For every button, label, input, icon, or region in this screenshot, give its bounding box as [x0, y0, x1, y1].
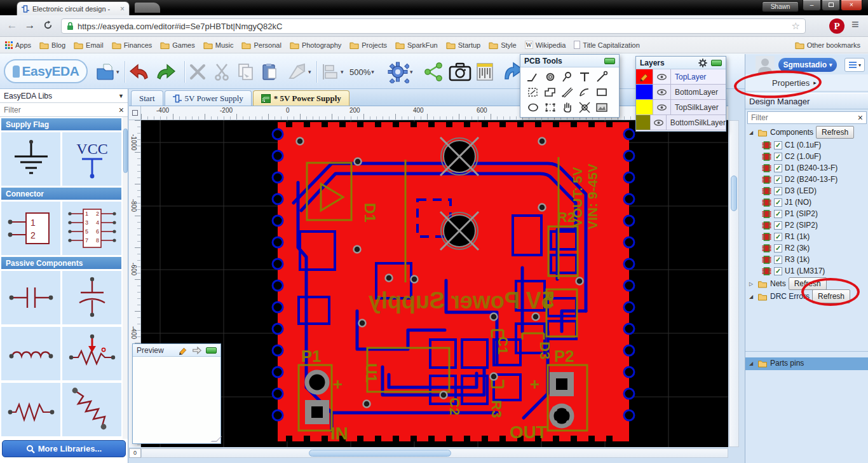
settings-button[interactable]: ▾	[386, 60, 413, 84]
tab-schematic[interactable]: 5V Power Supply	[165, 90, 252, 106]
chrome-profile-button[interactable]: Shawn	[762, 1, 799, 12]
circle-tool-icon[interactable]	[526, 100, 540, 115]
lib-item-resistor-diagonal[interactable]	[62, 383, 121, 436]
v-scroll-thumb[interactable]	[731, 176, 737, 211]
layers-palette[interactable]: Layers TopLayer BottomLayer TopSilkLayer…	[635, 56, 726, 132]
back-button[interactable]: ←	[4, 17, 20, 34]
lib-item-resistor[interactable]	[1, 383, 60, 436]
tree-item-component[interactable]: ✓D2 (B240-13-F)	[762, 174, 837, 185]
layer-color-swatch[interactable]	[636, 100, 653, 114]
ruler-origin-button[interactable]	[129, 106, 141, 120]
lib-item-capacitor[interactable]	[1, 271, 60, 324]
delete-button[interactable]	[188, 60, 207, 84]
tree-node-components[interactable]: ◢ Components Refresh	[749, 127, 854, 138]
component-checkbox[interactable]: ✓	[774, 198, 782, 207]
tree-item-component[interactable]: ✓C2 (1.0uF)	[762, 151, 821, 162]
redo-button[interactable]	[155, 60, 177, 84]
convert-pcb-button[interactable]	[475, 60, 494, 84]
sidebar-scrollbar[interactable]	[123, 117, 128, 439]
undo-button[interactable]	[128, 60, 150, 84]
lib-item-vcc[interactable]: VCC	[62, 132, 121, 186]
pcb-tools-collapse-button[interactable]	[604, 58, 615, 64]
canvas-horizontal-scrollbar[interactable]	[141, 448, 728, 458]
more-libraries-button[interactable]: More Libraries...	[2, 440, 126, 457]
pcb-canvas[interactable]: D1 R2 VOUT: 5V VIN: 9-45V R1 P1 U1 IN C2…	[141, 120, 728, 447]
component-checkbox[interactable]: ✓	[774, 221, 782, 230]
bookmark-folder-style[interactable]: Style	[489, 41, 516, 50]
design-filter-clear-icon[interactable]: ×	[858, 113, 863, 123]
pad-tool-icon[interactable]	[543, 69, 557, 85]
transform-tool-icon[interactable]	[543, 100, 557, 115]
pcb-tools-titlebar[interactable]: PCB Tools	[520, 55, 619, 67]
layer-visibility-toggle[interactable]	[653, 69, 671, 84]
drag-hand-tool-icon[interactable]	[560, 100, 574, 115]
layer-visibility-toggle[interactable]	[653, 100, 671, 114]
bookmark-folder-blog[interactable]: Blog	[39, 41, 65, 50]
sidebar-scroll-thumb[interactable]	[123, 128, 128, 173]
preview-resize-handle[interactable]	[211, 436, 222, 442]
component-checkbox[interactable]: ✓	[774, 256, 782, 264]
dimension-tool-icon[interactable]	[526, 85, 540, 100]
layer-row-top[interactable]: TopLayer	[636, 69, 726, 85]
other-bookmarks-button[interactable]: Other bookmarks	[795, 41, 860, 50]
zoom-level-select[interactable]: 500%▾	[349, 60, 374, 84]
bookmark-folder-photography[interactable]: Photography	[290, 41, 341, 50]
tree-item-component[interactable]: ✓R3 (1k)	[762, 254, 810, 265]
share-button[interactable]	[423, 60, 444, 84]
forward-button[interactable]: →	[22, 17, 38, 34]
wire-tool-button[interactable]: ▾	[287, 60, 311, 84]
component-checkbox[interactable]: ✓	[774, 244, 782, 252]
text-tool-icon[interactable]	[577, 69, 592, 85]
component-checkbox[interactable]: ✓	[774, 267, 782, 275]
chrome-menu-icon[interactable]: ≡	[851, 17, 859, 32]
pinterest-extension-icon[interactable]: P	[829, 18, 844, 34]
lib-item-inductor[interactable]	[1, 327, 60, 380]
tree-item-component[interactable]: ✓P2 (SIP2)	[762, 219, 818, 231]
align-button[interactable]: ▾	[321, 60, 344, 84]
bookmark-folder-finances[interactable]: Finances	[112, 41, 153, 50]
tree-item-component[interactable]: ✓R2 (3k)	[762, 242, 810, 254]
tree-item-component[interactable]: ✓D1 (B240-13-F)	[762, 162, 837, 174]
bookmark-folder-sparkfun[interactable]: SparkFun	[395, 41, 438, 50]
layer-color-swatch[interactable]	[636, 115, 651, 130]
layer-color-swatch[interactable]	[636, 69, 653, 84]
h-scroll-thumb[interactable]	[309, 450, 451, 457]
libs-filter-clear-icon[interactable]: ×	[119, 105, 124, 115]
lib-item-header2[interactable]: 12	[1, 202, 60, 255]
component-checkbox[interactable]: ✓	[774, 164, 782, 172]
file-button[interactable]: ▾	[95, 60, 119, 84]
tree-item-component[interactable]: ✓D3 (LED)	[762, 185, 817, 197]
tab-close-icon[interactable]: ×	[120, 5, 125, 13]
layer-row-bottom[interactable]: BottomLayer	[636, 85, 726, 100]
component-checkbox[interactable]: ✓	[774, 233, 782, 241]
layer-visibility-toggle[interactable]	[651, 115, 666, 130]
minimize-button[interactable]: –	[803, 0, 821, 11]
rect-tool-icon[interactable]	[594, 85, 609, 100]
paste-button[interactable]	[261, 60, 280, 84]
lib-item-header8[interactable]: 13572468	[62, 202, 121, 255]
copy-button[interactable]	[236, 60, 255, 84]
lib-item-potentiometer[interactable]	[62, 327, 121, 380]
components-refresh-button[interactable]: Refresh	[816, 126, 854, 139]
pcb-tools-palette[interactable]: PCB Tools	[520, 54, 620, 118]
new-tab-button[interactable]	[135, 3, 160, 13]
layers-titlebar[interactable]: Layers	[636, 57, 726, 69]
component-checkbox[interactable]: ✓	[774, 187, 782, 195]
bookmark-folder-projects[interactable]: Projects	[349, 41, 387, 50]
tree-item-component[interactable]: ✓C1 (0.1uF)	[762, 139, 821, 151]
bookmark-folder-games[interactable]: Games	[160, 41, 194, 50]
via-tool-icon[interactable]	[560, 69, 574, 85]
track-length-tool-icon[interactable]	[560, 85, 574, 100]
layer-row-topsilk[interactable]: TopSilkLayer	[636, 100, 726, 115]
layers-collapse-button[interactable]	[711, 60, 722, 66]
snapshot-button[interactable]	[449, 60, 471, 84]
track-tool-icon[interactable]	[526, 69, 540, 85]
libs-dropdown-icon[interactable]: ▼	[118, 93, 124, 99]
bookmark-title-capitalization[interactable]: Title Capitalization	[574, 41, 639, 49]
tab-start[interactable]: Start	[131, 90, 163, 106]
tree-item-component[interactable]: ✓J1 (NO)	[762, 197, 811, 208]
line-tool-icon[interactable]	[594, 69, 609, 85]
bookmark-folder-startup[interactable]: Startup	[446, 41, 480, 50]
bookmark-folder-music[interactable]: Music	[203, 41, 234, 50]
close-button[interactable]: ×	[841, 0, 862, 11]
